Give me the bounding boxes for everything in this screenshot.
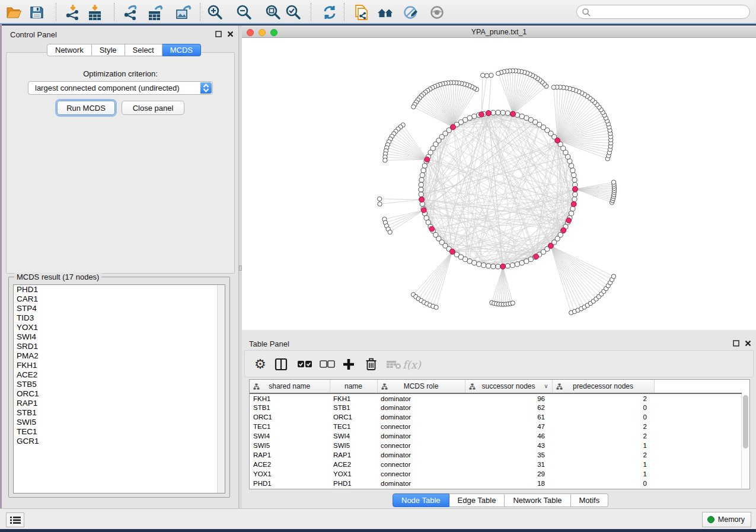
open-icon[interactable] (5, 4, 23, 21)
optimization-criterion-select[interactable]: largest connected component (undirected) (28, 81, 213, 95)
mcds-result-item[interactable]: ACE2 (14, 370, 225, 380)
clone-network-icon[interactable] (352, 4, 370, 21)
network-canvas[interactable] (242, 38, 756, 330)
save-icon[interactable] (28, 4, 46, 21)
table-row[interactable]: RAP1RAP1dominator352 (250, 450, 742, 460)
table-cell: dominator (377, 431, 465, 441)
gear-icon[interactable]: ⚙ (254, 356, 266, 373)
mcds-result-item[interactable]: ORC1 (14, 389, 225, 399)
mcds-result-item[interactable]: PMA2 (14, 351, 225, 361)
column-header-shared-name[interactable]: shared name (250, 380, 330, 393)
table-cell: SWI5 (330, 441, 377, 450)
zoom-in-icon[interactable] (206, 4, 224, 21)
memory-button[interactable]: Memory (702, 512, 751, 527)
mcds-result-item[interactable]: SWI4 (14, 332, 225, 342)
float-panel-icon[interactable] (215, 31, 222, 37)
tab-mcds[interactable]: MCDS (162, 44, 201, 56)
column-header-mcds-role[interactable]: MCDS role (377, 380, 465, 393)
mcds-result-item[interactable]: STP4 (14, 304, 225, 313)
mcds-result-item[interactable]: SWI5 (14, 418, 225, 427)
destroy-table-icon (386, 356, 401, 373)
table-scrollbar[interactable] (741, 394, 749, 488)
tab-node-table[interactable]: Node Table (393, 493, 449, 507)
mcds-result-group: MCDS result (17 nodes) PHD1CAR1STP4TID3Y… (8, 277, 230, 498)
mcds-result-item[interactable]: STB1 (14, 408, 225, 418)
table-cell-filler (654, 460, 742, 469)
main-toolbar (0, 0, 756, 24)
table-cell: ORC1 (330, 412, 377, 422)
mcds-result-item[interactable]: CAR1 (14, 294, 225, 304)
split-view-icon[interactable] (275, 356, 288, 373)
tab-network-table[interactable]: Network Table (505, 493, 570, 507)
table-row[interactable]: TEC1TEC1connector472 (250, 422, 742, 431)
table-toolbar: ⚙ f(x) (244, 350, 754, 377)
mcds-result-item[interactable]: SRD1 (14, 342, 225, 351)
column-header-successor-nodes[interactable]: successor nodes∨ (465, 380, 552, 393)
task-history-button[interactable] (6, 512, 24, 527)
table-row[interactable]: STB1STB1dominator620 (250, 403, 742, 412)
table-cell: 0 (552, 412, 654, 422)
mcds-result-item[interactable]: TEC1 (14, 427, 225, 437)
scrollbar-thumb[interactable] (743, 395, 748, 448)
mcds-result-item[interactable]: RAP1 (14, 399, 225, 408)
toolbar-separator (114, 3, 114, 21)
add-column-icon[interactable] (343, 356, 355, 373)
mcds-list-scrollbar[interactable] (217, 285, 225, 493)
zoom-selected-icon[interactable] (285, 4, 302, 21)
sort-descending-icon[interactable]: ∨ (544, 383, 548, 389)
houses-icon[interactable] (377, 4, 394, 21)
zoom-out-icon[interactable] (235, 4, 253, 21)
graphics-details-icon[interactable] (402, 4, 420, 21)
mcds-result-item[interactable]: FKH1 (14, 361, 225, 370)
workspace: YPA_prune.txt_1 Table Panel ⚙ f(x) (242, 25, 756, 508)
mcds-result-item[interactable]: YOX1 (14, 323, 225, 332)
table-cell: 47 (465, 422, 552, 431)
run-mcds-button[interactable]: Run MCDS (57, 101, 115, 115)
select-all-icon[interactable] (297, 356, 312, 373)
table-row[interactable]: ORC1ORC1dominator610 (250, 412, 742, 422)
close-panel-button[interactable]: Close panel (122, 101, 184, 115)
float-panel-icon[interactable] (733, 340, 739, 347)
application-window: Control Panel Network Style Select MCDS … (0, 0, 756, 532)
import-network-icon[interactable] (64, 4, 82, 21)
control-panel-tabs: Network Style Select MCDS (47, 44, 201, 56)
table-row[interactable]: YOX1YOX1connector291 (250, 469, 742, 479)
search-input[interactable] (594, 6, 745, 18)
tab-edge-table[interactable]: Edge Table (449, 493, 505, 507)
network-window-title: YPA_prune.txt_1 (242, 28, 756, 36)
column-header-name[interactable]: name (330, 380, 377, 393)
mcds-result-item[interactable]: STB5 (14, 380, 225, 389)
delete-column-icon[interactable] (365, 356, 377, 373)
table-cell: 0 (552, 479, 654, 488)
table-cell-filler (654, 403, 742, 412)
memory-status-icon (707, 516, 714, 523)
table-row[interactable]: FKH1FKH1dominator962 (250, 393, 742, 403)
table-row[interactable]: SWI5SWI5connector431 (250, 441, 742, 450)
zoom-fit-icon[interactable] (264, 4, 282, 21)
table-cell: STB1 (250, 403, 330, 412)
table-cell: TEC1 (330, 422, 377, 431)
export-network-icon[interactable] (122, 4, 140, 21)
tab-motifs[interactable]: Motifs (571, 493, 609, 507)
tab-network[interactable]: Network (47, 44, 92, 56)
import-table-icon[interactable] (86, 4, 104, 21)
export-table-icon[interactable] (146, 4, 164, 21)
mcds-result-item[interactable]: PHD1 (14, 285, 225, 294)
mcds-result-item[interactable]: TID3 (14, 313, 225, 323)
table-row[interactable]: SWI4SWI4dominator462 (250, 431, 742, 441)
table-cell: SWI4 (330, 431, 377, 441)
tab-style[interactable]: Style (92, 44, 125, 56)
mcds-result-item[interactable]: GCR1 (14, 437, 225, 446)
refresh-icon[interactable] (321, 4, 339, 21)
eye-icon[interactable] (428, 4, 446, 21)
table-cell: STB1 (330, 403, 377, 412)
close-panel-icon[interactable] (227, 31, 234, 37)
search-box (576, 5, 750, 19)
deselect-all-icon[interactable] (320, 356, 335, 373)
table-row[interactable]: PHD1PHD1dominator180 (250, 479, 742, 488)
tab-select[interactable]: Select (125, 44, 162, 56)
table-row[interactable]: ACE2ACE2connector311 (250, 460, 742, 469)
close-panel-icon[interactable] (745, 340, 751, 347)
export-image-icon[interactable] (174, 4, 192, 21)
column-header-predecessor-nodes[interactable]: predecessor nodes (552, 380, 654, 393)
